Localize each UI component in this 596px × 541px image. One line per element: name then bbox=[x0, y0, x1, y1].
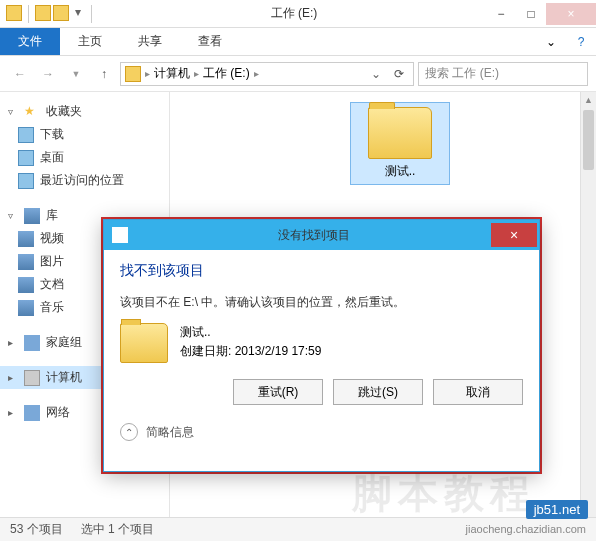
address-bar[interactable]: ▸ 计算机 ▸ 工作 (E:) ▸ ⌄ ⟳ bbox=[120, 62, 414, 86]
tab-view[interactable]: 查看 bbox=[180, 28, 240, 55]
ribbon-expand-icon[interactable]: ⌄ bbox=[536, 28, 566, 55]
dialog-close-button[interactable]: × bbox=[491, 223, 537, 247]
history-dropdown-icon[interactable]: ▼ bbox=[64, 62, 88, 86]
retry-button[interactable]: 重试(R) bbox=[233, 379, 323, 405]
window-titlebar: ▾ 工作 (E:) − □ × bbox=[0, 0, 596, 28]
chevron-right-icon[interactable]: ▸ bbox=[145, 68, 150, 79]
navigation-bar: ← → ▼ ↑ ▸ 计算机 ▸ 工作 (E:) ▸ ⌄ ⟳ 搜索 工作 (E:) bbox=[0, 56, 596, 92]
search-input[interactable]: 搜索 工作 (E:) bbox=[418, 62, 588, 86]
breadcrumb-computer[interactable]: 计算机 bbox=[154, 65, 190, 82]
vertical-scrollbar[interactable]: ▲ ▼ bbox=[580, 92, 596, 528]
address-dropdown-icon[interactable]: ⌄ bbox=[367, 67, 385, 81]
status-item-count: 53 个项目 bbox=[10, 521, 63, 538]
folder-label: 测试.. bbox=[355, 163, 445, 180]
skip-button[interactable]: 跳过(S) bbox=[333, 379, 423, 405]
dialog-folder-icon bbox=[120, 323, 168, 363]
error-dialog: 没有找到项目 × 找不到该项目 该项目不在 E:\ 中。请确认该项目的位置，然后… bbox=[103, 219, 540, 472]
folder-item[interactable]: 测试.. bbox=[350, 102, 450, 185]
qat-dropdown-icon[interactable]: ▾ bbox=[71, 5, 85, 23]
drive-icon bbox=[125, 66, 141, 82]
dialog-created-date: 创建日期: 2013/2/19 17:59 bbox=[180, 342, 321, 361]
back-button[interactable]: ← bbox=[8, 62, 32, 86]
maximize-button[interactable]: □ bbox=[516, 3, 546, 25]
refresh-icon[interactable]: ⟳ bbox=[389, 67, 409, 81]
watermark-site: jb51.net bbox=[526, 500, 588, 519]
watermark-faint: 脚本教程 bbox=[352, 466, 536, 521]
dialog-more-toggle[interactable]: ⌃ 简略信息 bbox=[120, 415, 523, 441]
search-placeholder: 搜索 工作 (E:) bbox=[425, 65, 499, 82]
chevron-right-icon[interactable]: ▸ bbox=[194, 68, 199, 79]
status-selected-count: 选中 1 个项目 bbox=[81, 521, 154, 538]
chevron-right-icon[interactable]: ▸ bbox=[254, 68, 259, 79]
sidebar-favorites[interactable]: ▿★收藏夹 bbox=[0, 100, 169, 123]
forward-button[interactable]: → bbox=[36, 62, 60, 86]
folder-icon bbox=[368, 107, 432, 159]
dialog-titlebar[interactable]: 没有找到项目 × bbox=[104, 220, 539, 250]
ribbon-tabs: 文件 主页 共享 查看 ⌄ ? bbox=[0, 28, 596, 56]
qat-icon-1[interactable] bbox=[35, 5, 51, 21]
sidebar-desktop[interactable]: 桌面 bbox=[0, 146, 169, 169]
chevron-up-icon: ⌃ bbox=[120, 423, 138, 441]
tab-home[interactable]: 主页 bbox=[60, 28, 120, 55]
help-icon[interactable]: ? bbox=[566, 28, 596, 55]
sidebar-recent[interactable]: 最近访问的位置 bbox=[0, 169, 169, 192]
sidebar-downloads[interactable]: 下载 bbox=[0, 123, 169, 146]
dialog-heading: 找不到该项目 bbox=[120, 262, 523, 280]
qat-icon-2[interactable] bbox=[53, 5, 69, 21]
dialog-app-icon bbox=[112, 227, 128, 243]
scroll-thumb[interactable] bbox=[583, 110, 594, 170]
minimize-button[interactable]: − bbox=[486, 3, 516, 25]
dialog-more-label: 简略信息 bbox=[146, 424, 194, 441]
dialog-highlight: 没有找到项目 × 找不到该项目 该项目不在 E:\ 中。请确认该项目的位置，然后… bbox=[101, 217, 542, 474]
dialog-title: 没有找到项目 bbox=[136, 227, 491, 244]
dialog-message: 该项目不在 E:\ 中。请确认该项目的位置，然后重试。 bbox=[120, 294, 523, 311]
tab-file[interactable]: 文件 bbox=[0, 28, 60, 55]
tab-share[interactable]: 共享 bbox=[120, 28, 180, 55]
watermark-sub: jiaocheng.chazidian.com bbox=[466, 523, 586, 535]
scroll-up-icon[interactable]: ▲ bbox=[581, 92, 596, 108]
window-title: 工作 (E:) bbox=[102, 5, 486, 22]
cancel-button[interactable]: 取消 bbox=[433, 379, 523, 405]
up-button[interactable]: ↑ bbox=[92, 62, 116, 86]
close-button[interactable]: × bbox=[546, 3, 596, 25]
app-icon bbox=[6, 5, 22, 21]
dialog-file-name: 测试.. bbox=[180, 323, 321, 342]
breadcrumb-drive[interactable]: 工作 (E:) bbox=[203, 65, 250, 82]
